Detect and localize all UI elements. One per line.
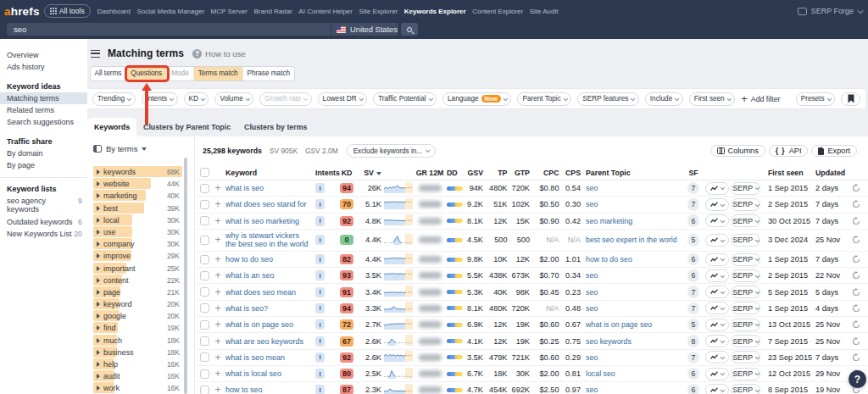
term-filter-company[interactable]: company30K — [93, 238, 182, 250]
parent-topic-link[interactable]: best seo expert in the world — [586, 236, 677, 244]
nav-brand-radar[interactable]: Brand Radar — [254, 8, 292, 15]
serp-button[interactable]: SERP — [731, 335, 760, 347]
row-checkbox[interactable] — [200, 303, 209, 313]
menu-icon[interactable] — [91, 50, 100, 58]
position-history-button[interactable] — [705, 335, 729, 347]
search-button[interactable] — [401, 23, 418, 36]
workspace-switcher[interactable]: SERP Forge — [798, 7, 862, 15]
add-to-list-icon[interactable]: + — [212, 234, 224, 246]
bookmark-button[interactable] — [841, 92, 860, 106]
columns-button[interactable]: Columns — [710, 145, 765, 157]
how-to-use-link[interactable]: How to use — [205, 49, 246, 58]
parent-topic-link[interactable]: seo — [586, 353, 598, 362]
keyword-link[interactable]: how to do seo — [225, 255, 310, 264]
sidebar-item-seo-agency-keywords[interactable]: seo agency keywords9 — [0, 195, 87, 216]
col-gtp[interactable]: GTP — [508, 169, 531, 177]
term-filter-help[interactable]: help16K — [93, 358, 182, 370]
term-filter-work[interactable]: work16K — [93, 382, 182, 394]
term-filter-best[interactable]: best39K — [93, 202, 182, 214]
keyword-link[interactable]: what is seo? — [225, 304, 310, 313]
filter-serp-features[interactable]: SERP features — [577, 92, 639, 106]
help-bubble-button[interactable]: ? — [849, 370, 866, 388]
add-to-list-icon[interactable]: + — [212, 352, 224, 363]
row-checkbox[interactable] — [200, 271, 209, 280]
nav-social-media-manager[interactable]: Social Media Manager — [136, 8, 204, 15]
terms-scrollbar[interactable] — [184, 158, 188, 394]
refresh-button[interactable] — [844, 200, 868, 208]
row-checkbox[interactable] — [200, 255, 209, 264]
position-history-button[interactable] — [705, 234, 729, 247]
filter-traffic-potential[interactable]: Traffic Potential — [373, 92, 437, 106]
refresh-button[interactable] — [844, 304, 868, 313]
serp-button[interactable]: SERP — [731, 234, 760, 247]
row-checkbox[interactable] — [200, 386, 209, 394]
keyword-link[interactable]: what does seo mean — [225, 288, 310, 297]
tab-phrase-match[interactable]: Phrase match — [243, 67, 295, 80]
intent-badge[interactable]: I — [315, 303, 325, 314]
col-keyword[interactable]: Keyword — [224, 169, 310, 177]
add-to-list-icon[interactable]: + — [212, 384, 224, 394]
position-history-button[interactable] — [705, 368, 729, 380]
all-tools-button[interactable]: All tools — [44, 4, 91, 18]
row-checkbox[interactable] — [200, 287, 209, 297]
row-checkbox[interactable] — [200, 336, 209, 346]
add-to-list-icon[interactable]: + — [212, 253, 224, 265]
keyword-link[interactable]: what is seo mean — [225, 353, 310, 362]
parent-topic-link[interactable]: what is on page seo — [586, 320, 652, 329]
sidebar-item-related-terms[interactable]: Related terms — [0, 104, 87, 116]
serp-button[interactable]: SERP — [731, 384, 760, 394]
add-to-list-icon[interactable]: + — [212, 286, 224, 298]
keyword-search-input[interactable]: seo — [7, 23, 331, 36]
serp-button[interactable]: SERP — [731, 286, 760, 298]
row-checkbox[interactable] — [200, 352, 209, 362]
parent-topic-link[interactable]: seo — [586, 304, 598, 313]
row-checkbox[interactable] — [200, 236, 209, 245]
position-history-button[interactable] — [705, 286, 729, 298]
intent-badge[interactable]: I — [315, 287, 325, 297]
exclude-keywords-dropdown[interactable]: Exclude keywords in... — [347, 144, 436, 158]
intent-badge[interactable]: I — [315, 235, 325, 245]
row-checkbox[interactable] — [200, 216, 209, 225]
term-filter-business[interactable]: business18K — [93, 346, 182, 358]
serp-button[interactable]: SERP — [731, 351, 760, 363]
term-filter-google[interactable]: google20K — [93, 310, 182, 322]
nav-site-audit[interactable]: Site Audit — [530, 8, 559, 15]
add-to-list-icon[interactable]: + — [212, 319, 224, 330]
term-filter-website[interactable]: website44K — [93, 178, 182, 190]
filter-first-seen[interactable]: First seen — [689, 92, 735, 106]
keyword-link[interactable]: what are seo keywords — [225, 337, 310, 346]
intent-badge[interactable]: I — [315, 319, 325, 330]
position-history-button[interactable] — [705, 182, 729, 195]
col-sv[interactable]: SV — [358, 169, 381, 177]
keyword-link[interactable]: what is an seo — [225, 271, 310, 280]
refresh-button[interactable] — [844, 337, 868, 346]
parent-topic-link[interactable]: seo — [586, 184, 598, 192]
export-button[interactable]: Export — [811, 145, 857, 157]
intent-badge[interactable]: I — [315, 199, 325, 209]
nav-dashboard[interactable]: Dashboard — [97, 8, 131, 15]
term-filter-important[interactable]: important25K — [93, 262, 182, 274]
refresh-button[interactable] — [844, 320, 868, 329]
serp-button[interactable]: SERP — [731, 182, 760, 195]
intent-badge[interactable]: I — [315, 216, 325, 226]
tab-clusters-by-parent-topic[interactable]: Clusters by Parent Topic — [136, 118, 237, 136]
sidebar-item-ads-history[interactable]: Ads history — [0, 61, 87, 73]
sidebar-item-new-keywords-list[interactable]: New Keywords List20 — [0, 228, 87, 240]
refresh-button[interactable] — [844, 217, 868, 225]
refresh-button[interactable] — [844, 353, 868, 362]
col-sf[interactable]: SF — [683, 169, 704, 177]
row-checkbox[interactable] — [200, 184, 209, 193]
term-filter-local[interactable]: local30K — [93, 214, 182, 225]
add-to-list-icon[interactable]: + — [212, 368, 224, 380]
col-tp[interactable]: TP — [483, 169, 508, 177]
country-select[interactable]: United States — [331, 23, 398, 36]
position-history-button[interactable] — [705, 198, 729, 211]
parent-topic-link[interactable]: how to do seo — [586, 255, 632, 264]
sidebar-item-outdated-keywords[interactable]: Outdated keywords6 — [0, 216, 87, 228]
add-to-list-icon[interactable]: + — [212, 182, 224, 194]
refresh-button[interactable] — [844, 184, 868, 192]
position-history-button[interactable] — [705, 269, 729, 282]
refresh-button[interactable] — [844, 236, 868, 244]
col-updated[interactable]: Updated — [810, 169, 844, 177]
tab-terms-match[interactable]: Terms match — [194, 67, 243, 80]
